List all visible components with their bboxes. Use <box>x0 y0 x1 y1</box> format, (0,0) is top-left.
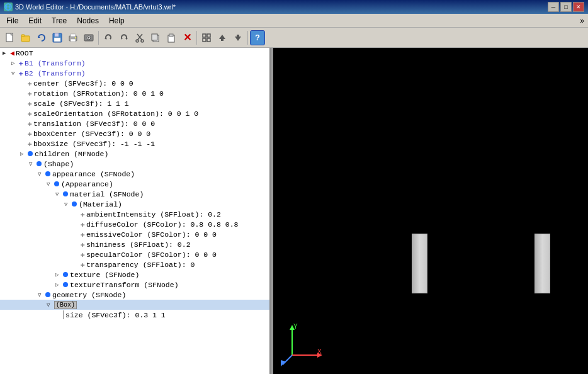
svg-rect-31 <box>207 38 210 42</box>
tree-transparency[interactable]: ✚ transparency (SFFloat): 0 <box>0 259 269 269</box>
tree-scale[interactable]: ✚ scale (SFVec3f): 1 1 1 <box>0 98 269 108</box>
toolbar-cut[interactable] <box>132 30 147 45</box>
tree-geometry[interactable]: ▽ geometry (SFNode) <box>0 290 269 300</box>
b1-cross: ✚ <box>19 59 23 67</box>
tree-texture[interactable]: ▷ texture (SFNode) <box>0 269 269 280</box>
toolbar-copy[interactable] <box>148 30 163 45</box>
menu-tree[interactable]: Tree <box>47 15 72 26</box>
root-arrow: ◀ <box>10 48 14 57</box>
specular-label: specularColor (SFColor): 0 0 0 <box>86 251 217 259</box>
expand-texturetransform[interactable]: ▷ <box>55 281 62 288</box>
tree-b1[interactable]: ▷ ✚ B1 (Transform) <box>0 58 269 68</box>
expand-material[interactable]: ▽ <box>55 191 62 198</box>
tree-translation[interactable]: ✚ translation (SFVec3f): 0 0 0 <box>0 118 269 128</box>
tree-root[interactable]: ▶ ◀ ROOT <box>0 48 269 58</box>
material-dot <box>63 191 68 196</box>
tree-center[interactable]: ✚ center (SFVec3f): 0 0 0 <box>0 78 269 88</box>
toolbar-up[interactable] <box>215 30 230 45</box>
expand-b1[interactable]: ▷ <box>11 60 18 67</box>
tree-size[interactable]: size (SFVec3f): 0.3 1 1 <box>0 310 269 320</box>
close-button[interactable]: ✕ <box>573 2 584 12</box>
expand-scaleorientation <box>20 110 26 116</box>
coordinate-axes: Y X <box>280 324 324 368</box>
tree-b2[interactable]: ▽ ✚ B2 (Transform) <box>0 68 269 78</box>
window-title: 3D World Editor - H:/Documents/MATLAB/vr… <box>15 3 176 11</box>
tree-texturetransform[interactable]: ▷ textureTransform (SFNode) <box>0 280 269 290</box>
appearance-dot <box>45 171 50 176</box>
viewport-3d[interactable]: Y X <box>273 48 588 374</box>
expand-appearance[interactable]: ▽ <box>38 171 44 178</box>
toolbar-down[interactable] <box>230 30 246 45</box>
maximize-button[interactable]: □ <box>560 2 572 12</box>
texturetransform-label: textureTransform (SFNode) <box>70 281 179 289</box>
toolbar-print[interactable] <box>65 30 81 45</box>
expand-appearance-node[interactable]: ▽ <box>47 181 53 188</box>
expand-emissive <box>73 231 79 237</box>
toolbar-redo[interactable] <box>116 30 132 45</box>
b1-label: B1 (Transform) <box>25 59 86 67</box>
tree-rotation[interactable]: ✚ rotation (SFRotation): 0 0 1 0 <box>0 88 269 98</box>
tree-emissivecolor[interactable]: ✚ emissiveColor (SFColor): 0 0 0 <box>0 229 269 239</box>
tree-ambientintensity[interactable]: ✚ ambientIntensity (SFFloat): 0.2 <box>0 209 269 219</box>
children-label: children (MFNode) <box>35 150 108 158</box>
expand-b2[interactable]: ▽ <box>11 70 18 77</box>
expand-center <box>20 80 26 86</box>
window-buttons[interactable]: ─ □ ✕ <box>548 2 584 12</box>
tree-shape[interactable]: ▽ (Shape) <box>0 159 269 169</box>
expand-children[interactable]: ▷ <box>20 150 26 157</box>
toolbar-sep1 <box>98 31 99 45</box>
svg-rect-13 <box>71 39 76 42</box>
toolbar-screenshot[interactable] <box>81 30 96 45</box>
expand-material-node[interactable]: ▽ <box>64 201 71 208</box>
svg-rect-30 <box>207 34 210 37</box>
minimize-button[interactable]: ─ <box>548 2 559 12</box>
expand-specular <box>73 251 79 258</box>
toolbar-delete[interactable]: ✕ <box>179 30 195 45</box>
expand-texture[interactable]: ▷ <box>55 271 62 278</box>
menu-help[interactable]: Help <box>104 15 130 26</box>
expand-transparency <box>73 261 79 268</box>
svg-point-17 <box>88 37 90 38</box>
tree-bboxcenter[interactable]: ✚ bboxCenter (SFVec3f): 0 0 0 <box>0 128 269 139</box>
texturetransform-dot <box>63 282 68 287</box>
svg-marker-34 <box>235 37 241 41</box>
ambient-cross: ✚ <box>81 210 85 218</box>
tree-material[interactable]: ▽ material (SFNode) <box>0 189 269 199</box>
expand-geometry[interactable]: ▽ <box>38 292 44 298</box>
tree-bboxsize[interactable]: ✚ bboxSize (SFVec3f): -1 -1 -1 <box>0 139 269 149</box>
children-dot <box>28 151 33 156</box>
toolbar-undo[interactable] <box>101 30 116 45</box>
emissive-cross: ✚ <box>81 230 85 239</box>
menu-nodes[interactable]: Nodes <box>72 15 104 26</box>
b2-label: B2 (Transform) <box>25 69 86 77</box>
toolbar-open[interactable] <box>18 30 33 45</box>
expand-root[interactable]: ▶ <box>3 50 9 57</box>
tree-box[interactable]: ▽ (Box) <box>0 300 269 310</box>
menu-edit[interactable]: Edit <box>23 15 47 26</box>
tree-scaleorientation[interactable]: ✚ scaleOrientation (SFRotation): 0 0 1 0 <box>0 108 269 118</box>
tree-shininess[interactable]: ✚ shininess (SFFloat): 0.2 <box>0 239 269 249</box>
shininess-cross: ✚ <box>81 240 85 249</box>
expand-shape[interactable]: ▽ <box>29 161 35 167</box>
tree-diffusecolor[interactable]: ✚ diffuseColor (SFColor): 0.8 0.8 0.8 <box>0 219 269 229</box>
toolbar-refresh[interactable] <box>34 30 49 45</box>
tree-appearance-node[interactable]: ▽ (Appearance) <box>0 179 269 189</box>
tree-children[interactable]: ▷ children (MFNode) <box>0 149 269 159</box>
menu-file[interactable]: File <box>1 15 23 26</box>
main-content: ▶ ◀ ROOT ▷ ✚ B1 (Transform) ▽ ✚ B2 (Tran… <box>0 48 588 374</box>
menu-right-icon: » <box>580 16 587 25</box>
svg-rect-29 <box>203 38 206 42</box>
ambient-label: ambientIntensity (SFFloat): 0.2 <box>86 210 221 218</box>
transparency-cross: ✚ <box>81 260 85 269</box>
svg-text:Y: Y <box>293 324 298 330</box>
toolbar-expand[interactable] <box>199 30 214 45</box>
expand-box[interactable]: ▽ <box>47 302 53 309</box>
toolbar-new[interactable] <box>3 30 18 45</box>
toolbar-help[interactable]: ? <box>250 30 265 45</box>
tree-appearance[interactable]: ▽ appearance (SFNode) <box>0 169 269 179</box>
tree-specularcolor[interactable]: ✚ specularColor (SFColor): 0 0 0 <box>0 249 269 259</box>
tree-panel[interactable]: ▶ ◀ ROOT ▷ ✚ B1 (Transform) ▽ ✚ B2 (Tran… <box>0 48 271 374</box>
toolbar-paste[interactable] <box>164 30 179 45</box>
toolbar-save[interactable] <box>50 30 65 45</box>
tree-material-node[interactable]: ▽ (Material) <box>0 199 269 209</box>
